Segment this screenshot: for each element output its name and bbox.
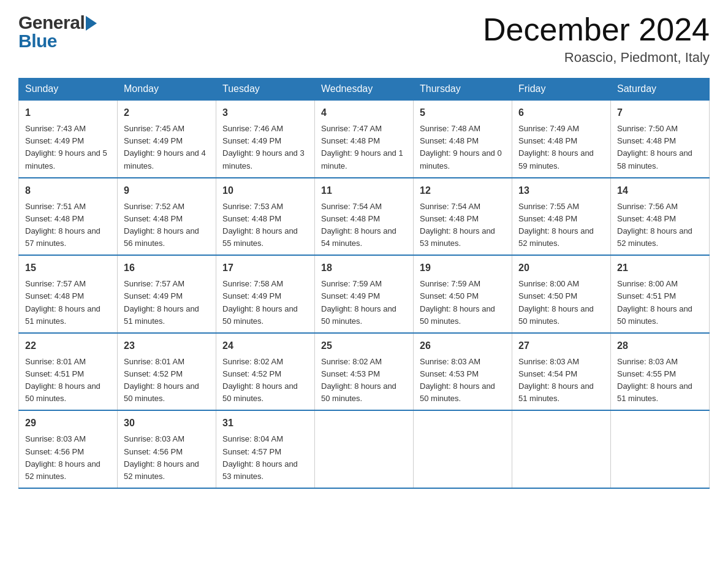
day-number: 19 <box>420 261 506 275</box>
calendar-cell: 10Sunrise: 7:53 AMSunset: 4:48 PMDayligh… <box>216 178 315 256</box>
day-number: 27 <box>518 339 604 353</box>
calendar-cell <box>414 410 512 488</box>
day-number: 18 <box>321 261 407 275</box>
calendar-cell <box>315 410 414 488</box>
calendar-week-row: 8Sunrise: 7:51 AMSunset: 4:48 PMDaylight… <box>19 178 710 256</box>
day-header-saturday: Saturday <box>611 79 710 101</box>
day-number: 2 <box>124 105 210 120</box>
calendar-week-row: 22Sunrise: 8:01 AMSunset: 4:51 PMDayligh… <box>19 333 710 411</box>
location-subtitle: Roascio, Piedmont, Italy <box>483 50 710 66</box>
day-info: Sunrise: 7:57 AMSunset: 4:48 PMDaylight:… <box>25 278 111 327</box>
day-number: 26 <box>420 339 506 353</box>
calendar-cell: 7Sunrise: 7:50 AMSunset: 4:48 PMDaylight… <box>611 100 710 178</box>
day-header-tuesday: Tuesday <box>216 79 315 101</box>
day-info: Sunrise: 7:55 AMSunset: 4:48 PMDaylight:… <box>518 201 604 250</box>
day-info: Sunrise: 7:54 AMSunset: 4:48 PMDaylight:… <box>420 201 506 250</box>
calendar-cell: 6Sunrise: 7:49 AMSunset: 4:48 PMDaylight… <box>512 100 611 178</box>
calendar-week-row: 1Sunrise: 7:43 AMSunset: 4:49 PMDaylight… <box>19 100 710 178</box>
calendar-cell: 1Sunrise: 7:43 AMSunset: 4:49 PMDaylight… <box>19 100 118 178</box>
day-info: Sunrise: 7:54 AMSunset: 4:48 PMDaylight:… <box>321 201 407 250</box>
day-number: 17 <box>222 261 308 275</box>
day-number: 14 <box>617 183 703 198</box>
calendar-cell: 8Sunrise: 7:51 AMSunset: 4:48 PMDaylight… <box>19 178 118 256</box>
calendar-cell: 16Sunrise: 7:57 AMSunset: 4:49 PMDayligh… <box>118 255 216 333</box>
calendar-cell: 21Sunrise: 8:00 AMSunset: 4:51 PMDayligh… <box>611 255 710 333</box>
day-info: Sunrise: 7:50 AMSunset: 4:48 PMDaylight:… <box>617 123 703 172</box>
day-number: 9 <box>124 183 210 198</box>
calendar-cell: 27Sunrise: 8:03 AMSunset: 4:54 PMDayligh… <box>512 333 611 411</box>
calendar-cell: 5Sunrise: 7:48 AMSunset: 4:48 PMDaylight… <box>414 100 512 178</box>
day-number: 3 <box>222 105 308 120</box>
day-info: Sunrise: 7:52 AMSunset: 4:48 PMDaylight:… <box>124 201 210 250</box>
month-title: December 2024 <box>483 12 710 47</box>
day-info: Sunrise: 8:01 AMSunset: 4:52 PMDaylight:… <box>124 356 210 405</box>
calendar-cell: 12Sunrise: 7:54 AMSunset: 4:48 PMDayligh… <box>414 178 512 256</box>
day-number: 23 <box>124 339 210 353</box>
day-number: 29 <box>25 416 111 431</box>
day-number: 8 <box>25 183 111 198</box>
day-info: Sunrise: 8:03 AMSunset: 4:53 PMDaylight:… <box>420 356 506 405</box>
calendar-week-row: 29Sunrise: 8:03 AMSunset: 4:56 PMDayligh… <box>19 410 710 488</box>
day-number: 25 <box>321 339 407 353</box>
logo: General Blue <box>18 12 97 52</box>
day-number: 24 <box>222 339 308 353</box>
day-number: 28 <box>617 339 703 353</box>
calendar-header-row: SundayMondayTuesdayWednesdayThursdayFrid… <box>19 79 710 101</box>
day-number: 10 <box>222 183 308 198</box>
calendar-cell <box>611 410 710 488</box>
calendar-cell: 25Sunrise: 8:02 AMSunset: 4:53 PMDayligh… <box>315 333 414 411</box>
day-number: 1 <box>25 105 111 120</box>
day-number: 6 <box>518 105 604 120</box>
calendar-cell: 31Sunrise: 8:04 AMSunset: 4:57 PMDayligh… <box>216 410 315 488</box>
calendar-table: SundayMondayTuesdayWednesdayThursdayFrid… <box>18 78 710 489</box>
day-info: Sunrise: 8:03 AMSunset: 4:54 PMDaylight:… <box>518 356 604 405</box>
calendar-cell: 26Sunrise: 8:03 AMSunset: 4:53 PMDayligh… <box>414 333 512 411</box>
calendar-cell <box>512 410 611 488</box>
day-info: Sunrise: 7:59 AMSunset: 4:49 PMDaylight:… <box>321 278 407 327</box>
day-number: 7 <box>617 105 703 120</box>
calendar-cell: 24Sunrise: 8:02 AMSunset: 4:52 PMDayligh… <box>216 333 315 411</box>
day-header-monday: Monday <box>118 79 216 101</box>
day-info: Sunrise: 7:48 AMSunset: 4:48 PMDaylight:… <box>420 123 506 172</box>
day-info: Sunrise: 7:49 AMSunset: 4:48 PMDaylight:… <box>518 123 604 172</box>
calendar-cell: 3Sunrise: 7:46 AMSunset: 4:49 PMDaylight… <box>216 100 315 178</box>
day-info: Sunrise: 7:56 AMSunset: 4:48 PMDaylight:… <box>617 201 703 250</box>
day-number: 5 <box>420 105 506 120</box>
day-number: 11 <box>321 183 407 198</box>
day-number: 22 <box>25 339 111 353</box>
calendar-cell: 13Sunrise: 7:55 AMSunset: 4:48 PMDayligh… <box>512 178 611 256</box>
day-info: Sunrise: 7:45 AMSunset: 4:49 PMDaylight:… <box>124 123 210 172</box>
calendar-cell: 4Sunrise: 7:47 AMSunset: 4:48 PMDaylight… <box>315 100 414 178</box>
calendar-cell: 15Sunrise: 7:57 AMSunset: 4:48 PMDayligh… <box>19 255 118 333</box>
day-info: Sunrise: 8:02 AMSunset: 4:53 PMDaylight:… <box>321 356 407 405</box>
day-number: 12 <box>420 183 506 198</box>
day-number: 31 <box>222 416 308 431</box>
day-info: Sunrise: 8:00 AMSunset: 4:51 PMDaylight:… <box>617 278 703 327</box>
calendar-cell: 11Sunrise: 7:54 AMSunset: 4:48 PMDayligh… <box>315 178 414 256</box>
day-number: 16 <box>124 261 210 275</box>
day-number: 20 <box>518 261 604 275</box>
day-header-wednesday: Wednesday <box>315 79 414 101</box>
calendar-cell: 20Sunrise: 8:00 AMSunset: 4:50 PMDayligh… <box>512 255 611 333</box>
day-number: 15 <box>25 261 111 275</box>
day-number: 4 <box>321 105 407 120</box>
day-info: Sunrise: 8:03 AMSunset: 4:56 PMDaylight:… <box>124 433 210 483</box>
day-info: Sunrise: 7:47 AMSunset: 4:48 PMDaylight:… <box>321 123 407 172</box>
day-info: Sunrise: 7:51 AMSunset: 4:48 PMDaylight:… <box>25 201 111 250</box>
day-info: Sunrise: 7:46 AMSunset: 4:49 PMDaylight:… <box>222 123 308 172</box>
day-info: Sunrise: 8:03 AMSunset: 4:56 PMDaylight:… <box>25 433 111 483</box>
calendar-cell: 23Sunrise: 8:01 AMSunset: 4:52 PMDayligh… <box>118 333 216 411</box>
day-number: 21 <box>617 261 703 275</box>
calendar-cell: 14Sunrise: 7:56 AMSunset: 4:48 PMDayligh… <box>611 178 710 256</box>
calendar-cell: 19Sunrise: 7:59 AMSunset: 4:50 PMDayligh… <box>414 255 512 333</box>
day-info: Sunrise: 8:01 AMSunset: 4:51 PMDaylight:… <box>25 356 111 405</box>
calendar-cell: 17Sunrise: 7:58 AMSunset: 4:49 PMDayligh… <box>216 255 315 333</box>
calendar-cell: 18Sunrise: 7:59 AMSunset: 4:49 PMDayligh… <box>315 255 414 333</box>
calendar-cell: 28Sunrise: 8:03 AMSunset: 4:55 PMDayligh… <box>611 333 710 411</box>
day-info: Sunrise: 8:03 AMSunset: 4:55 PMDaylight:… <box>617 356 703 405</box>
day-info: Sunrise: 8:04 AMSunset: 4:57 PMDaylight:… <box>222 433 308 483</box>
day-info: Sunrise: 8:00 AMSunset: 4:50 PMDaylight:… <box>518 278 604 327</box>
day-header-friday: Friday <box>512 79 611 101</box>
calendar-cell: 22Sunrise: 8:01 AMSunset: 4:51 PMDayligh… <box>19 333 118 411</box>
calendar-cell: 2Sunrise: 7:45 AMSunset: 4:49 PMDaylight… <box>118 100 216 178</box>
